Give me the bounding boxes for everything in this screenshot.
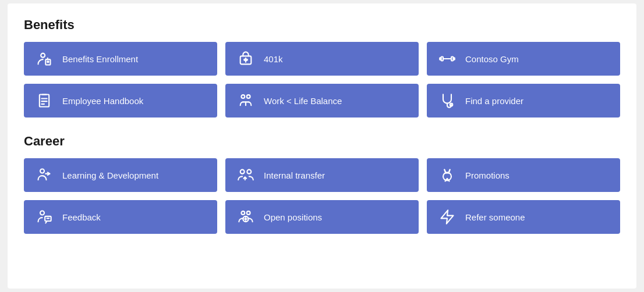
svg-point-14 (241, 95, 245, 98)
contoso-gym-label: Contoso Gym (465, 54, 519, 64)
person-feedback-icon (34, 207, 54, 227)
benefits-title: Benefits (24, 17, 620, 33)
promotions-label: Promotions (465, 170, 509, 180)
medal-icon (437, 165, 457, 185)
people-transfer-icon (236, 165, 256, 185)
open-positions-button[interactable]: Open positions (225, 200, 419, 234)
feedback-label: Feedback (62, 212, 101, 222)
svg-point-0 (41, 54, 45, 58)
svg-point-27 (241, 211, 245, 215)
people-balance-icon (236, 91, 256, 111)
benefits-enrollment-label: Benefits Enrollment (62, 54, 138, 64)
svg-point-21 (240, 170, 245, 174)
refer-someone-label: Refer someone (465, 212, 525, 222)
svg-rect-9 (454, 58, 455, 60)
money-bag-icon (236, 49, 256, 69)
401k-button[interactable]: 401k (225, 42, 419, 76)
clipboard-icon (34, 91, 54, 111)
people-open-icon (236, 207, 256, 227)
refer-someone-button[interactable]: Refer someone (427, 200, 620, 234)
svg-marker-32 (441, 210, 454, 223)
internal-transfer-label: Internal transfer (264, 170, 325, 180)
open-positions-label: Open positions (264, 212, 322, 222)
svg-point-2 (47, 61, 48, 62)
lightning-icon (437, 207, 457, 227)
promotions-button[interactable]: Promotions (427, 158, 620, 192)
learning-development-button[interactable]: Learning & Development (24, 158, 217, 192)
work-life-balance-label: Work < Life Balance (264, 96, 342, 106)
employee-handbook-label: Employee Handbook (62, 96, 143, 106)
benefits-section: Benefits Benefits Enrollment (24, 17, 620, 117)
dumbbell-icon (437, 49, 457, 69)
career-section: Career Learning & Development (24, 134, 620, 234)
employee-handbook-button[interactable]: Employee Handbook (24, 84, 217, 117)
svg-point-28 (247, 211, 250, 215)
work-life-balance-button[interactable]: Work < Life Balance (225, 84, 419, 117)
svg-rect-10 (40, 95, 49, 107)
person-learn-icon (34, 165, 54, 185)
feedback-button[interactable]: Feedback (24, 200, 217, 234)
career-grid: Learning & Development Internal transfer (24, 158, 620, 234)
svg-point-15 (247, 95, 250, 98)
stethoscope-icon (437, 91, 457, 111)
benefits-grid: Benefits Enrollment 401k (24, 42, 620, 117)
main-container: Benefits Benefits Enrollment (8, 3, 636, 289)
learning-development-label: Learning & Development (62, 170, 158, 180)
internal-transfer-button[interactable]: Internal transfer (225, 158, 419, 192)
svg-point-22 (247, 170, 251, 174)
svg-point-24 (40, 211, 44, 215)
career-title: Career (24, 134, 620, 149)
401k-label: 401k (264, 54, 283, 64)
find-provider-button[interactable]: Find a provider (427, 84, 620, 117)
find-provider-label: Find a provider (465, 96, 523, 106)
person-badge-icon (34, 49, 54, 69)
contoso-gym-button[interactable]: Contoso Gym (427, 42, 620, 76)
svg-point-19 (40, 169, 44, 173)
svg-rect-8 (440, 58, 441, 60)
benefits-enrollment-button[interactable]: Benefits Enrollment (24, 42, 217, 76)
